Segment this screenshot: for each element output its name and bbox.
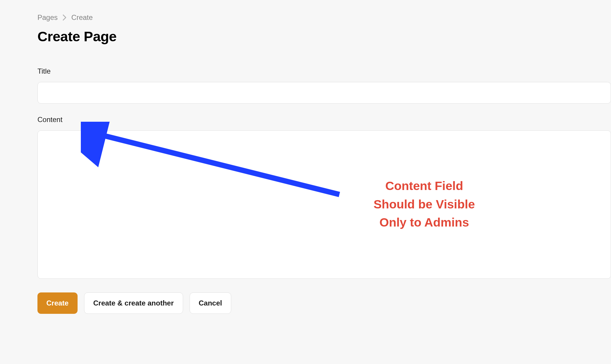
button-row: Create Create & create another Cancel xyxy=(37,292,611,314)
title-label: Title xyxy=(37,67,611,75)
form-group-content: Content xyxy=(37,115,611,280)
breadcrumb-item-pages[interactable]: Pages xyxy=(37,13,58,22)
content-textarea[interactable] xyxy=(37,130,611,279)
content-label: Content xyxy=(37,115,611,124)
breadcrumb-item-create: Create xyxy=(71,13,93,22)
create-button[interactable]: Create xyxy=(37,292,78,314)
create-another-button[interactable]: Create & create another xyxy=(84,292,183,314)
breadcrumb: Pages Create xyxy=(37,13,611,22)
chevron-right-icon xyxy=(62,15,67,20)
title-input[interactable] xyxy=(37,82,611,104)
cancel-button[interactable]: Cancel xyxy=(190,292,232,314)
form-group-title: Title xyxy=(37,67,611,104)
page-title: Create Page xyxy=(37,28,611,45)
